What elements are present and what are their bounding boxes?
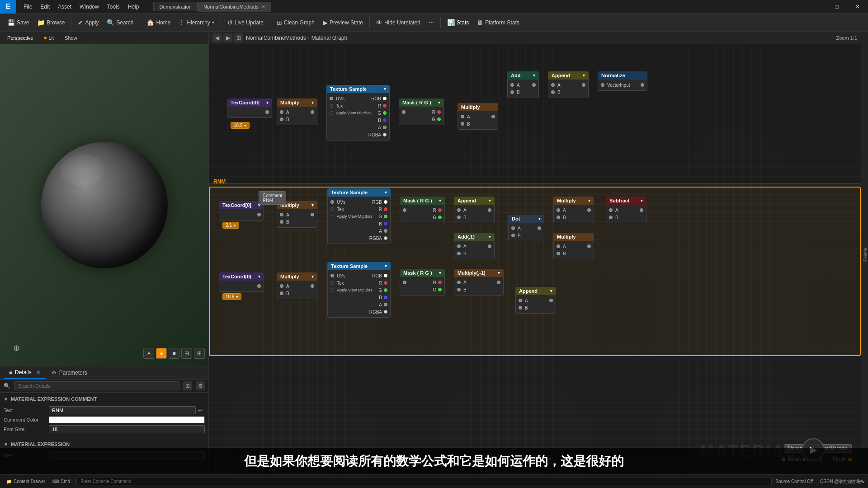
minimize-button[interactable]: ─: [806, 0, 826, 14]
node-dot[interactable]: Dot ▾ A B: [508, 215, 544, 241]
node-mask-top[interactable]: Mask ( R G ) ▾ R G: [399, 99, 444, 125]
append-rnm-top-chevron[interactable]: ▾: [489, 198, 491, 203]
maximize-button[interactable]: □: [826, 0, 847, 14]
viewport-sun-button[interactable]: ☀: [143, 348, 154, 359]
subtract-chevron[interactable]: ▾: [641, 198, 643, 203]
menu-window[interactable]: Window: [76, 2, 103, 12]
append-rnm-bot-chevron[interactable]: ▾: [550, 289, 552, 293]
value-189-bot[interactable]: 18.9 ▾: [222, 293, 241, 300]
mask-top-chevron[interactable]: ▾: [438, 100, 440, 105]
node-add1[interactable]: Add(,1) ▾ A B: [454, 233, 495, 259]
node-mask-rnm-bot[interactable]: Mask ( R G ) ▾ R G: [400, 269, 445, 296]
tab-demonstration[interactable]: Demonstration: [153, 2, 198, 11]
value-189-bot-chevron[interactable]: ▾: [236, 295, 238, 299]
search-button[interactable]: 🔍 Search: [103, 17, 137, 28]
multiply-rnm-top-chevron[interactable]: ▾: [311, 203, 314, 207]
texture-sample-top-chevron[interactable]: ▾: [384, 87, 386, 91]
tab-normalcombine[interactable]: NormalCombineMethods ✕: [198, 2, 271, 12]
close-button[interactable]: ✕: [847, 0, 868, 14]
node-subtract[interactable]: Subtract ▾ A B: [606, 197, 646, 223]
node-multiply-rnm-top[interactable]: Multiply ▾ A B: [277, 201, 317, 228]
home-button[interactable]: 🏠 Home: [143, 17, 174, 28]
apply-button[interactable]: ✔ Apply: [74, 17, 102, 28]
multiply-top-chevron[interactable]: ▾: [311, 100, 314, 105]
perspective-button[interactable]: Perspective: [4, 34, 37, 42]
texture-rnm-top-chevron[interactable]: ▾: [385, 190, 387, 195]
platform-stats-button[interactable]: 🖥 Platform Stats: [473, 17, 523, 28]
prop-font-size-input[interactable]: [49, 425, 205, 433]
breadcrumb-back-button[interactable]: ◀: [212, 33, 222, 42]
preview-state-button[interactable]: ▶ Preview State: [319, 17, 367, 28]
dot-chevron[interactable]: ▾: [538, 216, 541, 221]
clean-graph-button[interactable]: ⊞ Clean Graph: [273, 17, 318, 28]
content-drawer-button[interactable]: 📁 Content Drawer: [4, 478, 48, 485]
section-header-expression[interactable]: ▼ MATERIAL EXPRESSION: [4, 440, 205, 449]
details-tab[interactable]: ≡ Details ✕: [4, 366, 46, 379]
browse-button[interactable]: 📁 Browse: [33, 17, 68, 28]
menu-asset[interactable]: Asset: [54, 2, 75, 12]
value-21-chevron[interactable]: ▾: [234, 223, 236, 228]
parameters-tab[interactable]: ⚙ Parameters: [46, 367, 93, 379]
node-multiply-mr[interactable]: Multiply A B: [553, 233, 594, 259]
mask-rnm-bot-chevron[interactable]: ▾: [439, 271, 441, 275]
node-multiply-neg1[interactable]: Multiply(,-1) ▾ A B: [454, 269, 504, 296]
section-header-comment[interactable]: ▼ MATERIAL EXPRESSION COMMENT: [4, 394, 205, 404]
multiply-rnm-bot-chevron[interactable]: ▾: [311, 274, 314, 279]
hierarchy-button[interactable]: ⋮ Hierarchy ▾: [175, 17, 217, 28]
texcoord-rnm-bot-chevron[interactable]: ▾: [258, 274, 260, 279]
append-top-chevron[interactable]: ▾: [583, 73, 585, 78]
value-189-top[interactable]: 18.9 ▾: [231, 122, 250, 129]
prop-text-input[interactable]: [49, 406, 196, 414]
menu-edit[interactable]: Edit: [37, 2, 53, 12]
details-close-button[interactable]: ✕: [36, 369, 41, 375]
more-options-button[interactable]: ⋯: [425, 18, 438, 28]
cmd-button[interactable]: ⌨ Cmd: [50, 478, 73, 485]
mask-rnm-top-chevron[interactable]: ▾: [439, 198, 441, 203]
breadcrumb-normal-combine[interactable]: NormalCombineMethods: [246, 35, 306, 41]
live-update-button[interactable]: ↺ Live Update: [224, 17, 267, 28]
viewport-more-button[interactable]: ⊞: [194, 348, 205, 359]
rnm-comment-box[interactable]: RNM Comment RNM TexCoord[0] ▾: [209, 187, 861, 356]
menu-help[interactable]: Help: [124, 2, 143, 12]
add1-chevron[interactable]: ▾: [489, 235, 491, 239]
node-append-rnm-top[interactable]: Append ▾ A B: [454, 197, 495, 223]
node-multiply-right-top[interactable]: Multiply A B: [458, 103, 498, 130]
menu-tools[interactable]: Tools: [104, 2, 123, 12]
prop-text-reset[interactable]: ↩: [196, 407, 205, 414]
details-grid-button[interactable]: ⊞: [183, 381, 192, 390]
node-mask-rnm-top[interactable]: Mask ( R G ) ▾ R G: [400, 197, 445, 223]
node-multiply-top[interactable]: Multiply ▾ A B: [277, 99, 317, 125]
hide-unrelated-button[interactable]: 👁 Hide Unrelated: [373, 17, 424, 28]
breadcrumb-layout-button[interactable]: ⊞: [234, 33, 243, 42]
prop-comment-color-swatch[interactable]: [49, 416, 205, 423]
viewport-cam-button[interactable]: ■: [169, 348, 179, 359]
node-texture-sample-top[interactable]: Texture Sample ▾ UVs RGB: [326, 85, 390, 141]
multiply-tr1-chevron[interactable]: ▾: [588, 198, 590, 203]
texcoord-top-chevron[interactable]: ▾: [266, 100, 269, 105]
node-texture-rnm-top[interactable]: Texture Sample ▾ UVs RGB: [327, 188, 391, 244]
node-texture-rnm-bot[interactable]: Texture Sample ▾ UVs RGB: [327, 262, 391, 318]
save-button[interactable]: 💾 Save: [4, 17, 33, 28]
show-button[interactable]: Show: [61, 34, 81, 42]
value-189-top-chevron[interactable]: ▾: [244, 123, 246, 128]
node-append-top[interactable]: Append ▾ A B: [548, 71, 589, 98]
details-search-input[interactable]: [14, 381, 179, 390]
lit-button[interactable]: Lit: [40, 34, 57, 42]
tab-normalcombine-close[interactable]: ✕: [261, 4, 265, 10]
texture-rnm-bot-chevron[interactable]: ▾: [385, 264, 387, 268]
node-texcoord-top[interactable]: TexCoord[0] ▾: [227, 99, 272, 118]
breadcrumb-forward-button[interactable]: ▶: [223, 33, 232, 42]
node-add-top[interactable]: Add ▾ A B: [507, 71, 539, 98]
menu-file[interactable]: File: [20, 2, 36, 12]
details-settings-button[interactable]: ⚙: [196, 381, 205, 390]
console-input[interactable]: [76, 478, 772, 485]
value-21-box[interactable]: 2.1 ▾: [222, 222, 239, 229]
viewport-sphere-button[interactable]: ●: [156, 348, 167, 359]
node-append-rnm-bot[interactable]: Append ▾ A B: [515, 287, 556, 314]
viewport-grid-button[interactable]: ⊟: [181, 348, 192, 359]
node-normalize-top[interactable]: Normalize VectorInput: [598, 71, 647, 91]
multiply-neg1-chevron[interactable]: ▾: [498, 271, 500, 275]
stats-button[interactable]: 📊 Stats: [443, 17, 472, 28]
node-multiply-rnm-bot[interactable]: Multiply ▾ A B: [277, 272, 317, 299]
node-texcoord-rnm-top[interactable]: TexCoord[0] ▾: [219, 201, 264, 221]
